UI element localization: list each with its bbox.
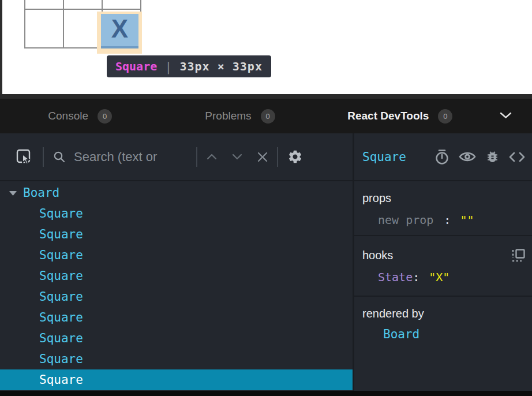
search-nav-group [207, 152, 268, 162]
tree-children: SquareSquareSquareSquareSquareSquareSqua… [0, 203, 353, 390]
window-bottom-edge [0, 391, 532, 396]
toolbar-divider [196, 147, 197, 167]
triangle-down-icon[interactable] [9, 190, 17, 196]
props-section: props new prop : "" [354, 181, 532, 236]
bug-icon[interactable] [485, 150, 500, 164]
component-tree: Board SquareSquareSquareSquareSquareSqua… [0, 181, 353, 391]
tree-item-square[interactable]: Square [0, 349, 353, 369]
prop-value[interactable]: "" [460, 213, 474, 227]
new-prop-input[interactable]: new prop [378, 213, 433, 227]
square-cell-value: X [101, 14, 138, 48]
tree-item-square[interactable]: Square [0, 307, 353, 328]
search-icon [53, 151, 66, 163]
tree-item-label: Square [39, 290, 83, 304]
gear-icon[interactable] [287, 149, 303, 165]
browser-viewport: X Square | 33px × 33px [0, 0, 532, 94]
tab-problems-badge: 0 [261, 109, 275, 124]
x-icon[interactable] [257, 152, 268, 162]
hook-colon: : [413, 270, 419, 284]
tree-item-board[interactable]: Board [0, 182, 353, 203]
hook-value[interactable]: "X" [429, 270, 449, 284]
tree-item-square[interactable]: Square [0, 369, 353, 390]
tree-item-label: Square [39, 331, 83, 345]
toolbar-divider [43, 147, 44, 167]
components-tree-panel: Board SquareSquareSquareSquareSquareSqua… [0, 133, 354, 391]
tree-item-square[interactable]: Square [0, 328, 353, 349]
board-cell[interactable] [25, 0, 63, 9]
element-size-tooltip: Square | 33px × 33px [107, 55, 271, 77]
tree-toolbar [0, 133, 353, 181]
hook-name[interactable]: State [378, 270, 413, 284]
tab-react-devtools[interactable]: React DevTools 0 [320, 99, 480, 133]
tree-item-label: Square [39, 373, 83, 387]
tree-item-square[interactable]: Square [0, 203, 353, 224]
tab-console-label: Console [48, 110, 88, 122]
tab-react-devtools-badge: 0 [438, 109, 452, 124]
board-cell[interactable] [102, 0, 141, 9]
chevron-up-icon[interactable] [207, 154, 217, 160]
dashed-square-icon[interactable] [512, 249, 525, 262]
hook-row: State : "X" [362, 270, 525, 284]
tree-item-square[interactable]: Square [0, 245, 353, 266]
devtools-tab-bar: Console 0 Problems 0 React DevTools 0 [0, 99, 532, 133]
props-section-label: props [362, 192, 391, 205]
tree-item-square[interactable]: Square [0, 266, 353, 286]
hooks-section: hooks State : "X" [354, 236, 532, 297]
inspector-header: Square [354, 133, 532, 181]
tab-react-devtools-label: React DevTools [347, 110, 429, 122]
rendered-by-label: rendered by [362, 307, 424, 320]
window-divider-strip [0, 94, 532, 99]
selected-component-title: Square [362, 150, 406, 164]
hooks-section-label: hooks [362, 249, 393, 262]
tooltip-component-name: Square [115, 59, 157, 73]
chevron-down-icon [500, 111, 512, 121]
tab-console-badge: 0 [98, 109, 112, 124]
tab-problems-label: Problems [205, 110, 251, 122]
rendered-by-section: rendered by Board [354, 297, 532, 391]
tree-item-square[interactable]: Square [0, 224, 353, 245]
devtools-window: X Square | 33px × 33px Console 0 Problem… [0, 0, 532, 396]
tree-item-label: Square [39, 207, 83, 221]
prop-colon: : [444, 213, 451, 227]
tree-item-label: Square [39, 269, 83, 283]
inspect-highlight-overlay: X [97, 12, 142, 54]
react-devtools-panel: Board SquareSquareSquareSquareSquareSqua… [0, 133, 532, 391]
tab-problems[interactable]: Problems 0 [160, 99, 320, 133]
tab-console[interactable]: Console 0 [0, 99, 160, 133]
tooltip-dimensions: 33px × 33px [180, 59, 263, 73]
tree-item-square[interactable]: Square [0, 286, 353, 307]
stopwatch-icon[interactable] [434, 149, 449, 165]
eye-icon[interactable] [459, 151, 476, 163]
rendered-by-board-link[interactable]: Board [383, 327, 419, 341]
collapse-panel-button[interactable] [480, 111, 532, 121]
board-cell[interactable] [63, 9, 102, 48]
prop-row: new prop : "" [362, 213, 525, 227]
board-cell[interactable] [63, 0, 102, 9]
tree-item-label: Square [39, 311, 83, 324]
code-brackets-icon[interactable] [509, 152, 525, 162]
tree-item-label: Square [39, 227, 83, 241]
tree-item-label: Board [23, 186, 59, 200]
tree-item-label: Square [39, 248, 83, 262]
pick-element-icon[interactable] [15, 148, 33, 166]
tree-item-label: Square [39, 352, 83, 366]
tooltip-separator: | [164, 59, 172, 74]
inspector-panel: Square [354, 133, 532, 391]
board-cell[interactable] [25, 9, 63, 48]
chevron-down-icon[interactable] [232, 154, 242, 160]
search-input[interactable] [74, 150, 187, 165]
toolbar-divider [277, 147, 278, 167]
